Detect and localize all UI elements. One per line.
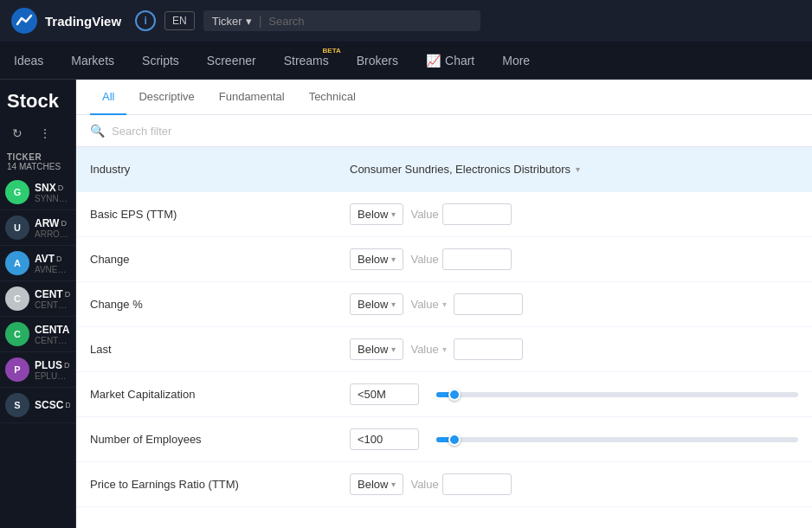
matches-count: 14 MATCHES [7,162,68,171]
below-chevron-icon: ▾ [391,480,396,489]
stock-symbol: CENT [35,288,63,300]
nav-item-streams[interactable]: Streams BETA [270,42,343,80]
basic-eps-condition-selector[interactable]: Below ▾ [350,203,403,225]
pe-ratio-value-input[interactable] [442,473,512,495]
list-item[interactable]: S SCSC D [0,388,75,423]
filter-search-input[interactable] [112,125,798,138]
nav-item-markets[interactable]: Markets [57,42,128,80]
stock-badge: D [56,254,62,263]
slider-thumb[interactable] [448,434,461,446]
value-chevron-icon: ▾ [442,344,447,354]
chart-icon: 📈 [426,54,441,68]
stock-symbol: PLUS [35,359,62,371]
language-button[interactable]: EN [164,11,195,30]
below-chevron-icon: ▾ [391,344,396,354]
change-value-input[interactable] [442,248,512,270]
avatar: A [5,251,29,275]
pe-ratio-condition-selector[interactable]: Below ▾ [350,473,403,495]
value-label: Value [410,478,438,491]
filter-label-market-cap: Market Capitalization [90,388,350,401]
nav-item-screener[interactable]: Screener [193,42,270,80]
list-item[interactable]: A AVT D AVNET IN [0,246,75,281]
stock-badge: D [64,361,70,370]
nav-item-scripts[interactable]: Scripts [128,42,193,80]
topbar: TradingView i EN Ticker ▾ | [0,0,812,42]
avatar: C [5,322,29,346]
change-condition-selector[interactable]: Below ▾ [350,248,403,270]
tab-technical[interactable]: Technical [297,80,368,115]
num-employees-input[interactable] [350,428,419,450]
nav-item-brokers[interactable]: Brokers [343,42,412,80]
below-chevron-icon: ▾ [391,209,396,219]
global-search-input[interactable] [268,15,471,28]
avatar: C [5,287,29,311]
nav-item-ideas[interactable]: Ideas [0,42,57,80]
beta-badge: BETA [323,47,341,55]
list-item[interactable]: P PLUS D EPLUS INC [0,352,75,388]
nav-item-more[interactable]: More [488,42,544,80]
stock-symbol: ARW [35,217,59,229]
filter-rows: Industry Consumer Sundries, Electronics … [76,147,812,528]
industry-value-selector[interactable]: Consumer Sundries, Electronics Distribut… [350,163,580,176]
list-item[interactable]: U ARW D ARROW E [0,210,75,246]
filter-row-num-employees: Number of Employees [76,417,812,462]
panel-title: Stock [0,80,75,118]
change-pct-value-input[interactable] [454,293,523,315]
filter-label-industry: Industry [90,163,350,176]
list-item[interactable]: C CENT D CENTRAL [0,281,75,317]
refresh-button[interactable]: ↻ [5,121,29,145]
info-button[interactable]: i [135,10,156,31]
logo[interactable]: TradingView [10,7,121,35]
left-panel: Stock ↻ ⋮ TICKER 14 MATCHES G SNX D SYNN… [0,80,76,528]
industry-chevron-icon: ▾ [576,164,580,174]
tab-fundamental[interactable]: Fundamental [207,80,297,115]
main-nav: Ideas Markets Scripts Screener Streams B… [0,42,812,80]
stock-name: EPLUS INC [35,371,70,381]
avatar: G [5,180,29,204]
below-chevron-icon: ▾ [391,299,396,309]
filter-label-last: Last [90,343,350,356]
filter-panel: All Descriptive Fundamental Technical 🔍 … [76,80,812,528]
change-pct-condition-selector[interactable]: Below ▾ [350,293,403,315]
stock-symbol: CENTA [35,324,69,336]
stock-symbol: SNX [35,182,56,194]
stock-name: CENTRAL [35,336,70,345]
search-bar: Ticker ▾ | [203,10,480,31]
below-chevron-icon: ▾ [391,254,396,264]
change-pct-value-selector[interactable]: Value ▾ [410,298,446,311]
stock-name: AVNET IN [35,265,70,274]
value-label: Value [410,208,438,221]
tab-descriptive[interactable]: Descriptive [126,80,206,115]
last-value-input[interactable] [454,338,523,360]
search-icon: 🔍 [90,124,105,138]
basic-eps-value-input[interactable] [442,203,512,225]
stock-badge: D [65,290,70,299]
ticker-selector[interactable]: Ticker ▾ [212,15,252,28]
stock-symbol: AVT [35,253,55,265]
slider-thumb[interactable] [448,389,461,401]
stock-name: SYNNEX C [35,194,70,203]
stock-badge: D [61,219,67,228]
num-employees-slider[interactable] [436,437,798,442]
nav-item-chart[interactable]: 📈 Chart [412,42,488,80]
filter-row-pe-ratio: Price to Earnings Ratio (TTM) Below ▾ Va… [76,462,812,507]
tab-all[interactable]: All [90,80,126,115]
filter-search-bar: 🔍 [76,115,812,147]
market-cap-input[interactable] [350,383,419,405]
more-options-button[interactable]: ⋮ [33,121,57,145]
last-condition-selector[interactable]: Below ▾ [350,338,403,360]
list-item[interactable]: G SNX D SYNNEX C [0,175,75,210]
filter-label-basic-eps: Basic EPS (TTM) [90,208,350,221]
list-item[interactable]: C CENTA CENTRAL [0,317,75,352]
stock-badge: D [65,401,70,409]
filter-row-industry: Industry Consumer Sundries, Electronics … [76,147,812,192]
last-value-selector[interactable]: Value ▾ [410,343,446,356]
logo-text: TradingView [45,14,121,29]
filter-label-pe-ratio: Price to Earnings Ratio (TTM) [90,478,350,491]
filter-row-last: Last Below ▾ Value ▾ [76,327,812,372]
stock-list: G SNX D SYNNEX C U ARW D ARROW E [0,175,75,528]
market-cap-slider[interactable] [436,392,798,397]
stock-badge: D [58,184,64,192]
panel-toolbar: ↻ ⋮ [0,118,75,149]
stock-symbol: SCSC [35,399,63,411]
